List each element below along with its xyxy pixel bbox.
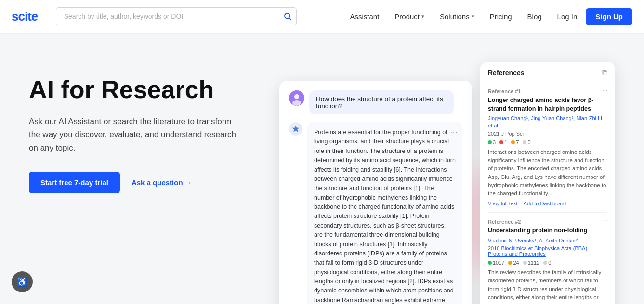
ref-2-desc: This review describes the family of intr… [488,268,607,304]
ref-1-view-full[interactable]: View full text [488,201,518,206]
svg-point-4 [292,100,301,106]
chat-panel: How does the structure of a protein affe… [279,81,472,304]
ref-1-add-dashboard[interactable]: Add to Dashboard [524,201,566,206]
main-nav: Assistant Product ▾ Solutions ▾ Pricing … [343,8,632,25]
ref-1-authors[interactable]: Jingyuan Chang¹, Jing-Yuan Chang², Nian-… [488,115,607,130]
ref-2-journal: 2010 Biochimica et Biophysica Acta (BBA)… [488,245,607,257]
ref-2-title: Understanding protein non-folding [488,227,607,235]
ai-icon [289,122,302,136]
nav-product[interactable]: Product ▾ [388,9,431,25]
search-input[interactable] [56,7,297,25]
hero-title: AI for Research [29,76,270,103]
hero-actions: Start free 7-day trial Ask a question → [29,172,270,193]
hero-right: How does the structure of a protein affe… [270,62,615,292]
ref-1-actions: View full text Add to Dashboard [488,201,607,206]
references-body: Reference #1 ⋯ Longer charged amino acid… [480,82,615,304]
nav-pricing[interactable]: Pricing [483,9,519,25]
ref-1-title: Longer charged amino acids favor β-stran… [488,96,607,113]
ref-1-stat-3: 7 [511,139,519,145]
ref-2-stat-4: 0 [543,260,551,266]
login-button[interactable]: Log In [551,9,584,25]
signup-button[interactable]: Sign Up [586,8,632,25]
copy-icon[interactable]: ⧉ [602,68,607,77]
ref-2-stat-2: 24 [508,260,519,266]
ref-2-stat-1: 1017 [488,260,504,266]
references-panel: References ⧉ Reference #1 ⋯ Longer charg… [480,62,615,304]
svg-point-3 [294,94,299,99]
reference-item-2: Reference #2 ⋯ Understanding protein non… [488,213,607,304]
ref-1-desc: Interactions between charged amino acids… [488,148,607,198]
accessibility-button[interactable]: ♿ [12,271,33,292]
header: scite_ Assistant Product ▾ Solutions ▾ P… [0,0,644,33]
hero-subtitle: Ask our AI Assistant or search the liter… [29,115,241,154]
ref-1-more-icon[interactable]: ⋯ [602,88,607,94]
references-title: References [488,69,525,76]
ref-2-num: Reference #2 ⋯ [488,218,607,225]
ref-1-journal: 2021 J Pop Sci [488,131,607,137]
chat-question-row: How does the structure of a protein affe… [289,90,462,114]
chat-body: How does the structure of a protein affe… [279,81,472,304]
solutions-chevron-icon: ▾ [472,13,474,20]
chat-answer-bubble: ⋯ Proteins are essential for the proper … [307,122,462,304]
answer-more-icon[interactable]: ⋯ [450,127,458,139]
ref-1-stat-2: 1 [499,139,507,145]
references-header: References ⧉ [480,62,615,82]
chat-question-bubble: How does the structure of a protein affe… [309,90,454,114]
hero-section: AI for Research Ask our AI Assistant or … [0,33,644,304]
ref-1-num: Reference #1 ⋯ [488,88,607,94]
ref-1-stat-1: 3 [488,139,496,145]
ask-question-button[interactable]: Ask a question → [131,178,192,187]
nav-assistant[interactable]: Assistant [343,9,386,25]
product-chevron-icon: ▾ [421,13,424,20]
ref-1-stat-4: 0 [523,139,530,145]
ref-2-stat-3: 1112 [523,260,539,266]
nav-blog[interactable]: Blog [521,9,549,25]
ref-2-authors[interactable]: Vladimir N. Uversky¹, A. Keith Dunker² [488,237,607,244]
hero-left: AI for Research Ask our AI Assistant or … [29,62,270,193]
logo[interactable]: scite_ [12,9,44,24]
ref-2-stats: 1017 24 1112 0 [488,260,607,266]
search-wrapper [56,7,297,25]
trial-button[interactable]: Start free 7-day trial [29,172,120,193]
ref-2-journal-link[interactable]: Biochimica et Biophysica Acta (BBA) - Pr… [488,245,591,257]
user-avatar [289,90,304,106]
svg-line-1 [289,18,291,20]
ref-1-stats: 3 1 7 0 [488,139,607,145]
chat-answer-row: ⋯ Proteins are essential for the proper … [289,122,462,304]
ref-2-more-icon[interactable]: ⋯ [602,218,607,225]
search-button[interactable] [283,12,292,21]
nav-solutions[interactable]: Solutions ▾ [433,9,481,25]
reference-item-1: Reference #1 ⋯ Longer charged amino acid… [488,82,607,213]
